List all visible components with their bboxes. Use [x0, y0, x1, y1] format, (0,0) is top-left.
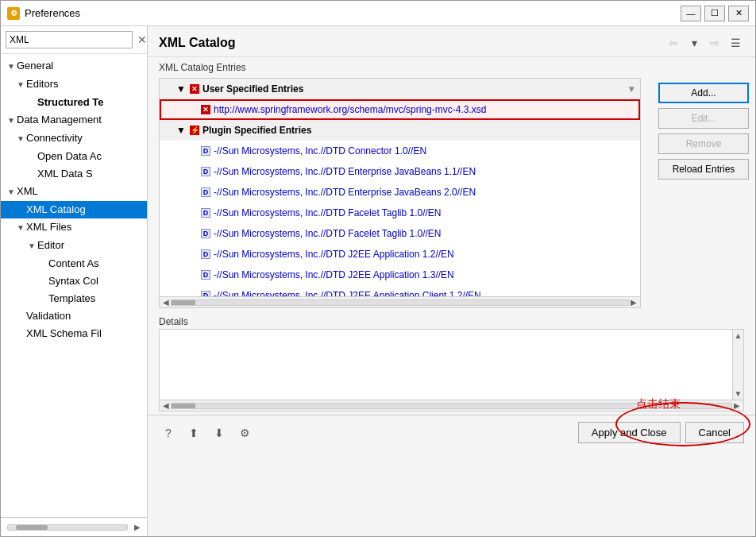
user-specified-label: User Specified Entries	[202, 82, 303, 96]
d-icon	[187, 145, 198, 156]
sidebar-item-validation[interactable]: Validation	[1, 307, 147, 325]
sidebar-item-structured-te[interactable]: Structured Te	[1, 94, 147, 111]
user-group-vscroll[interactable]: ▾	[629, 82, 634, 96]
export-button[interactable]: ⬇	[210, 423, 229, 442]
hscroll-track[interactable]	[171, 299, 629, 306]
bottom-bar: ? ⬆ ⬇ ⚙ 点击结束 Apply and Close Cancel	[148, 415, 755, 450]
catalog-tree-area: ▼ ✕ User Specified Entries ▾ ✕ http://ww	[159, 78, 641, 308]
x-icon: ✕	[190, 84, 199, 94]
toolbar-back-button[interactable]: ⇦	[665, 34, 682, 52]
close-button[interactable]: ✕	[728, 6, 749, 21]
toolbar-icons: ⇦ ▾ ⇨ ☰	[665, 34, 744, 52]
sidebar-item-editors[interactable]: ▼Editors	[1, 75, 147, 94]
list-item[interactable]: D -//Sun Microsystems, Inc.//DTD Facelet…	[160, 203, 640, 223]
catalog-entry-selected[interactable]: ✕ http://www.springframework.org/schema/…	[160, 99, 640, 120]
right-panel: XML Catalog ⇦ ▾ ⇨ ☰ XML Catalog Entries	[148, 26, 755, 536]
sidebar-item-general[interactable]: ▼General	[1, 57, 147, 75]
minimize-button[interactable]: —	[681, 6, 701, 21]
sidebar-item-xml-data-s[interactable]: XML Data S	[1, 165, 147, 183]
title-bar: ⚙ Preferences — ☐ ✕	[1, 1, 755, 26]
catalog-tree-scroll[interactable]: ▼ ✕ User Specified Entries ▾ ✕ http://ww	[160, 79, 640, 296]
apply-and-close-button[interactable]: Apply and Close	[578, 422, 681, 443]
details-label: Details	[159, 316, 744, 327]
sidebar-item-xml-files[interactable]: ▼XML Files	[1, 218, 147, 237]
reload-entries-button[interactable]: Reload Entries	[658, 159, 749, 180]
plugin-specified-label: Plugin Specified Entries	[202, 123, 311, 137]
sidebar-item-syntax-col[interactable]: Syntax Col	[1, 272, 147, 290]
add-button[interactable]: Add...	[658, 83, 749, 103]
sidebar-item-xml-schema-fil[interactable]: XML Schema Fil	[1, 325, 147, 342]
bottom-right-buttons: 点击结束 Apply and Close Cancel	[578, 422, 744, 443]
search-bar: ✕	[1, 26, 147, 54]
window-controls: — ☐ ✕	[681, 6, 749, 21]
sidebar-tree: ▼General ▼Editors Structured Te ▼Data Ma…	[1, 54, 147, 517]
sidebar-hscrollbar	[7, 524, 128, 531]
toolbar-menu-button[interactable]: ☰	[727, 34, 744, 52]
toolbar-back-dropdown[interactable]: ▾	[685, 34, 703, 52]
panel-title: XML Catalog	[159, 36, 236, 50]
sidebar-item-editor[interactable]: ▼Editor	[1, 237, 147, 255]
list-item[interactable]: D -//Sun Microsystems, Inc.//DTD J2EE Ap…	[160, 244, 640, 265]
sidebar: ✕ ▼General ▼Editors Structured Te ▼Data …	[1, 26, 148, 536]
details-scroll-down[interactable]: ▼	[733, 388, 744, 400]
list-item[interactable]: D -//Sun Microsystems, Inc.//DTD Connect…	[160, 141, 640, 161]
list-item[interactable]: D -//Sun Microsystems, Inc.//DTD J2EE Ap…	[160, 285, 640, 296]
scroll-right-arrow[interactable]: ▶	[629, 298, 638, 307]
edit-button[interactable]: Edit...	[658, 108, 749, 129]
sidebar-bottom: ▶	[1, 517, 147, 536]
details-box: ▲ ▼	[159, 329, 744, 400]
list-item[interactable]: D -//Sun Microsystems, Inc.//DTD Facelet…	[160, 223, 640, 244]
sidebar-item-content-as[interactable]: Content As	[1, 255, 147, 272]
details-scroll-right[interactable]: ▶	[732, 401, 742, 410]
toolbar-forward-button[interactable]: ⇨	[706, 34, 723, 52]
window-title: Preferences	[25, 7, 80, 19]
maximize-button[interactable]: ☐	[704, 6, 725, 21]
entry-icon	[187, 104, 198, 115]
main-content: ✕ ▼General ▼Editors Structured Te ▼Data …	[1, 26, 755, 536]
app-icon: ⚙	[7, 7, 20, 20]
click-hint: 点击结束	[636, 397, 681, 411]
catalog-section-label: XML Catalog Entries	[148, 57, 755, 78]
details-vscrollbar: ▲ ▼	[732, 330, 743, 400]
details-scroll-left[interactable]: ◀	[161, 401, 171, 410]
scroll-left-arrow[interactable]: ◀	[161, 298, 171, 307]
buttons-panel: Add... Edit... Remove Reload Entries	[652, 78, 755, 308]
plugin-expand-icon: ▼	[176, 125, 187, 136]
sidebar-item-xml[interactable]: ▼XML	[1, 183, 147, 201]
bottom-icons: ? ⬆ ⬇ ⚙	[159, 423, 254, 442]
sidebar-item-open-data-ac[interactable]: Open Data Ac	[1, 148, 147, 165]
plugin-specified-group[interactable]: ▼ ⚡ Plugin Specified Entries	[160, 120, 640, 141]
remove-button[interactable]: Remove	[658, 133, 749, 154]
list-item[interactable]: D -//Sun Microsystems, Inc.//DTD Enterpr…	[160, 161, 640, 182]
list-item[interactable]: D -//Sun Microsystems, Inc.//DTD Enterpr…	[160, 182, 640, 203]
sidebar-item-data-management[interactable]: ▼Data Management	[1, 111, 147, 129]
settings-button[interactable]: ⚙	[235, 423, 254, 442]
import-button[interactable]: ⬆	[184, 423, 203, 442]
entry-x-icon: ✕	[201, 105, 210, 114]
sidebar-scroll-right[interactable]: ▶	[134, 523, 141, 531]
catalog-and-buttons: ▼ ✕ User Specified Entries ▾ ✕ http://ww	[148, 78, 755, 308]
details-scroll-up[interactable]: ▲	[733, 330, 744, 342]
selected-entry-text: http://www.springframework.org/schema/mv…	[214, 102, 486, 117]
search-clear-button[interactable]: ✕	[136, 32, 148, 48]
catalog-left: ▼ ✕ User Specified Entries ▾ ✕ http://ww	[148, 78, 652, 308]
help-button[interactable]: ?	[159, 423, 178, 442]
plugin-icon: ⚡	[190, 126, 199, 135]
sidebar-item-xml-catalog[interactable]: XML Catalog	[1, 201, 147, 218]
sidebar-item-templates[interactable]: Templates	[1, 290, 147, 307]
user-specified-group[interactable]: ▼ ✕ User Specified Entries ▾	[160, 79, 640, 99]
expand-arrow-icon: ▼	[176, 83, 187, 95]
list-item[interactable]: D -//Sun Microsystems, Inc.//DTD J2EE Ap…	[160, 265, 640, 285]
sidebar-item-connectivity[interactable]: ▼Connectivity	[1, 129, 147, 148]
panel-header: XML Catalog ⇦ ▾ ⇨ ☰	[148, 26, 755, 57]
catalog-hscrollbar: ◀ ▶	[160, 296, 640, 307]
cancel-button[interactable]: Cancel	[685, 422, 744, 443]
search-input[interactable]	[6, 31, 133, 48]
preferences-window: ⚙ Preferences — ☐ ✕ ✕ ▼General ▼Editors	[0, 0, 756, 537]
